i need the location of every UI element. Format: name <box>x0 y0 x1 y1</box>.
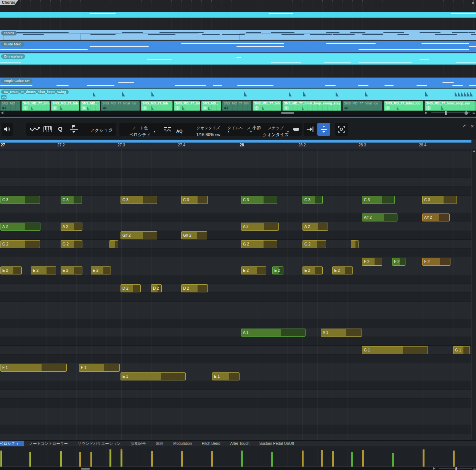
zoom-preset-icon[interactable] <box>473 469 476 470</box>
lane-tab-3[interactable]: サウンドバリエーション <box>73 441 125 447</box>
velocity-bar[interactable] <box>332 451 334 467</box>
loop-range-bar[interactable] <box>0 140 471 143</box>
track-clip-ample-guitar[interactable]: Ample Guitar SH <box>0 77 476 88</box>
audio-clip[interactable]: SNS_MD_77_hihat_loo <box>343 101 382 111</box>
gear-icon[interactable] <box>385 106 390 110</box>
midi-note[interactable]: A 2 <box>61 223 82 231</box>
note-length-icon[interactable] <box>293 128 299 131</box>
midi-note[interactable]: E 1 <box>212 372 240 380</box>
midi-note[interactable]: E 2 <box>91 266 111 274</box>
audio-clip[interactable]: SNS_MD_77_hih <box>252 101 281 111</box>
arrange-hscrollbar[interactable] <box>0 111 476 115</box>
midi-note[interactable]: C 3 <box>121 196 157 204</box>
audio-clip[interactable]: SNS_MD_77_hih <box>21 101 50 111</box>
velocity-bar[interactable] <box>60 451 62 467</box>
velocity-bar[interactable] <box>79 452 81 467</box>
midi-note[interactable]: G# 2 <box>121 231 157 239</box>
gear-icon[interactable] <box>82 106 87 110</box>
velocity-bar[interactable] <box>211 451 213 467</box>
midi-note[interactable]: C 3 <box>302 196 323 204</box>
midi-note[interactable]: F 1 <box>0 364 67 372</box>
wave-lines-icon[interactable] <box>163 126 172 134</box>
lane-tab-8[interactable]: After Touch <box>225 441 254 447</box>
zoom-slider-handle[interactable] <box>445 111 447 115</box>
midi-note[interactable]: G 2 <box>61 240 82 248</box>
midi-note[interactable]: G 2 <box>241 240 277 248</box>
mute-icon[interactable] <box>344 106 349 110</box>
scroll-up-icon[interactable] <box>473 150 476 152</box>
track-clip-top[interactable] <box>0 12 476 18</box>
audio-clip[interactable]: SNS_MD_77_hih <box>51 101 79 111</box>
midi-note[interactable]: F 2 <box>362 258 382 266</box>
scroll-left-icon[interactable] <box>1 111 3 114</box>
midi-note[interactable]: E 1 <box>121 372 186 380</box>
velocity-bar[interactable] <box>151 451 153 467</box>
note-color-select[interactable]: ノート色 ベロシティ <box>122 124 158 138</box>
audio-clip[interactable]: SNS_MD_77_hih <box>141 101 173 111</box>
editor-timeline-ruler[interactable]: 2727.227.327.42828.228.328.4 <box>0 140 476 149</box>
velocity-bar[interactable] <box>109 449 111 467</box>
audio-clip[interactable]: SNS_MD_77_hihat_loo <box>384 101 423 111</box>
gear-icon[interactable] <box>1 95 6 99</box>
aq-toggle[interactable]: AQ <box>176 129 183 133</box>
scroll-right-icon[interactable] <box>433 467 436 470</box>
gear-icon[interactable] <box>142 106 147 110</box>
audio-clip[interactable]: SNS_MD_77_hih <box>174 101 200 111</box>
midi-note[interactable]: A 1 <box>241 329 306 337</box>
gear-icon[interactable] <box>254 106 259 110</box>
midi-note[interactable]: A# 2 <box>362 213 397 221</box>
piano-roll-vscrollbar[interactable] <box>471 149 476 440</box>
clip-name-guide-melo[interactable]: Guide Melo <box>1 42 24 47</box>
clip-name-omnisphere[interactable]: Omnisphere <box>1 54 25 59</box>
velocity-bar[interactable] <box>321 450 323 467</box>
midi-note[interactable]: A 2 <box>241 223 279 231</box>
midi-note[interactable]: A 2 <box>0 223 40 231</box>
velocity-lane-toggle-button[interactable] <box>317 123 330 136</box>
action-menu[interactable]: アクション <box>83 127 120 133</box>
audio-clip[interactable]: SNS_MD_ <box>80 101 100 111</box>
track-clip-chords[interactable]: chords <box>0 30 476 40</box>
midi-note[interactable]: E 2 <box>302 266 323 274</box>
panel-splitter[interactable] <box>0 115 476 118</box>
velocity-bar[interactable] <box>392 453 394 467</box>
gear-icon[interactable] <box>23 106 28 110</box>
piano-roll-grid[interactable]: C 3C 3C 3C 3C 3C 3C 3C 3A# 2A# 2A 2A 2A … <box>0 149 476 440</box>
midi-note[interactable]: A 1 <box>321 329 362 337</box>
midi-note[interactable] <box>109 240 118 248</box>
lane-tab-2[interactable]: ノートコントローラー <box>24 441 73 447</box>
keyboard-icon[interactable] <box>43 126 52 134</box>
snap-select[interactable]: スナップ クオンタイズ <box>255 124 297 138</box>
zoom-slider-knob[interactable] <box>465 111 468 115</box>
midi-note[interactable]: G 2 <box>302 240 326 248</box>
midi-note[interactable]: G# 2 <box>181 231 207 239</box>
popout-icon[interactable]: ↗ <box>462 123 466 129</box>
velocity-bar[interactable] <box>90 452 92 467</box>
close-lane-icon[interactable]: ✕ <box>471 0 475 6</box>
mute-icon[interactable] <box>102 106 107 110</box>
midi-note[interactable]: C 3 <box>61 196 82 204</box>
midi-note[interactable]: D 2 <box>121 284 141 292</box>
midi-note[interactable]: A 2 <box>302 223 328 231</box>
midi-note[interactable]: E 2 <box>272 266 283 274</box>
gear-icon[interactable] <box>426 106 431 110</box>
midi-note[interactable]: E 2 <box>332 266 353 274</box>
velocity-bar[interactable] <box>271 452 273 467</box>
lane-tab-4[interactable]: 演奏記号 <box>125 441 151 447</box>
lane-tab-7[interactable]: Pitch Bend <box>197 441 225 447</box>
midi-note[interactable]: G 1 <box>362 346 428 354</box>
lane-tab-5[interactable]: 歌詞 <box>151 441 168 447</box>
velocity-bar[interactable] <box>241 451 243 467</box>
velocity-bar[interactable] <box>453 451 455 467</box>
zoom-preset-icon[interactable] <box>473 112 475 112</box>
zoom-preset-icon[interactable] <box>473 468 476 468</box>
midi-note[interactable]: G 1 <box>453 346 470 354</box>
midi-note[interactable]: F 2 <box>392 258 405 266</box>
flip-tool-icon[interactable] <box>69 125 79 135</box>
midi-note[interactable]: A# 2 <box>422 213 450 221</box>
zoom-preset-icon[interactable] <box>473 113 475 114</box>
midi-note[interactable]: E 2 <box>241 266 266 274</box>
zoom-slider-handle[interactable] <box>455 467 457 470</box>
velocity-bar[interactable] <box>362 450 364 467</box>
mute-icon[interactable] <box>2 106 6 110</box>
quantize-q-icon[interactable]: Q <box>58 125 63 132</box>
